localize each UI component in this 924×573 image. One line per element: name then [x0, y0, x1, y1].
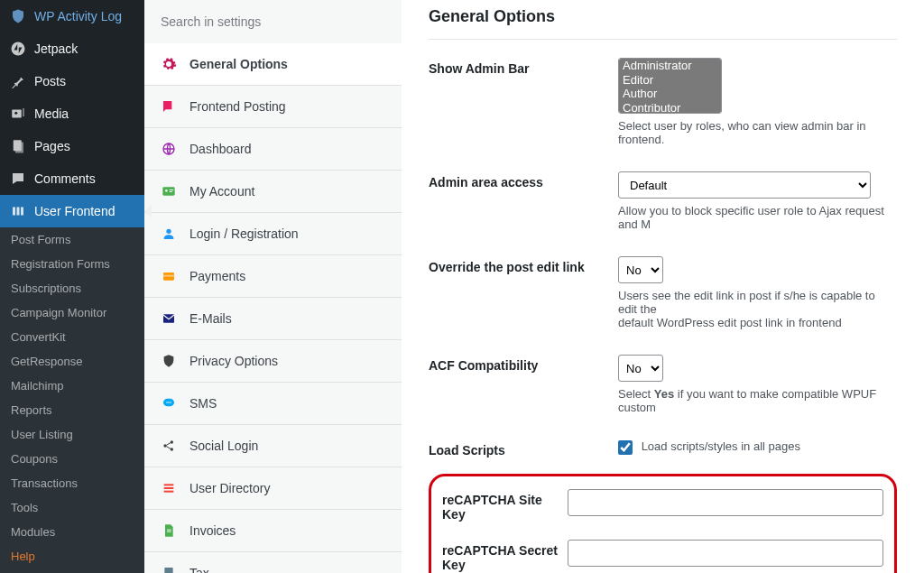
- submenu-transactions[interactable]: Transactions: [0, 471, 144, 495]
- sidebar-item-comments[interactable]: Comments: [0, 162, 144, 195]
- svg-point-10: [166, 229, 171, 234]
- sidebar-item-user-frontend[interactable]: User Frontend: [0, 195, 144, 227]
- tab-frontend-posting[interactable]: Frontend Posting: [144, 86, 402, 128]
- submenu-modules[interactable]: Modules: [0, 520, 144, 544]
- pin-icon: [9, 72, 27, 90]
- user-frontend-icon: [9, 202, 27, 220]
- tab-label: Tax: [189, 566, 209, 573]
- tab-tax[interactable]: Tax: [144, 552, 402, 573]
- tax-icon: [161, 565, 177, 573]
- row-load-scripts: Load Scripts Load scripts/styles in all …: [429, 439, 897, 457]
- tab-label: My Account: [189, 184, 254, 199]
- shield-icon: [161, 353, 177, 369]
- tab-general-options[interactable]: General Options: [144, 43, 402, 86]
- submenu-subscriptions[interactable]: Subscriptions: [0, 276, 144, 300]
- sidebar-item-posts[interactable]: Posts: [0, 65, 144, 97]
- sidebar-item-media[interactable]: Media: [0, 97, 144, 130]
- submenu-tools[interactable]: Tools: [0, 495, 144, 520]
- svg-point-2: [14, 112, 17, 115]
- row-show-admin-bar: Show Admin Bar Administrator Editor Auth…: [429, 58, 897, 146]
- hint-override-edit-1: Users see the edit link in post if s/he …: [618, 289, 897, 316]
- svg-point-15: [166, 402, 168, 403]
- settings-sidebar: Search in settings General Options Front…: [144, 0, 402, 573]
- tab-login-registration[interactable]: Login / Registration: [144, 213, 402, 255]
- tab-label: Social Login: [189, 439, 258, 453]
- tab-dashboard[interactable]: Dashboard: [144, 128, 402, 171]
- tab-invoices[interactable]: Invoices: [144, 510, 402, 552]
- tab-label: General Options: [189, 57, 288, 71]
- tab-privacy-options[interactable]: Privacy Options: [144, 340, 402, 383]
- tab-label: User Directory: [189, 481, 270, 495]
- label-override-edit-link: Override the post edit link: [429, 256, 618, 274]
- shield-icon: [9, 7, 27, 25]
- submenu-getresponse[interactable]: GetResponse: [0, 349, 144, 374]
- checkbox-label-load-scripts: Load scripts/styles in all pages: [642, 439, 800, 453]
- gear-icon: [161, 56, 177, 72]
- submenu-campaign-monitor[interactable]: Campaign Monitor: [0, 300, 144, 325]
- tab-label: Payments: [189, 269, 245, 283]
- svg-rect-12: [163, 275, 174, 277]
- svg-point-20: [171, 448, 173, 450]
- submenu-post-forms[interactable]: Post Forms: [0, 227, 144, 252]
- svg-point-18: [163, 444, 166, 447]
- sms-icon: [161, 395, 177, 411]
- label-acf-compatibility: ACF Compatibility: [429, 355, 618, 373]
- tab-label: SMS: [189, 396, 217, 411]
- checkbox-load-scripts[interactable]: [618, 440, 633, 455]
- label-admin-area-access: Admin area access: [429, 171, 618, 189]
- post-icon: [161, 98, 177, 115]
- recaptcha-highlight: reCAPTCHA Site Key reCAPTCHA Secret Key …: [429, 474, 897, 573]
- svg-rect-8: [170, 189, 174, 190]
- input-recaptcha-site-key[interactable]: [568, 489, 883, 516]
- sidebar-item-activity-log[interactable]: WP Activity Log: [0, 0, 144, 32]
- sidebar-label: Comments: [34, 171, 96, 186]
- settings-search[interactable]: Search in settings: [144, 0, 402, 43]
- jetpack-icon: [9, 40, 27, 58]
- tab-payments[interactable]: Payments: [144, 255, 402, 298]
- wp-admin-sidebar: WP Activity Log Jetpack Posts Media Page…: [0, 0, 144, 573]
- svg-rect-4: [15, 143, 23, 153]
- select-override-edit-link[interactable]: No: [618, 256, 663, 283]
- submenu-reports[interactable]: Reports: [0, 398, 144, 422]
- submenu-help[interactable]: Help: [0, 544, 144, 568]
- submenu-user-listing[interactable]: User Listing: [0, 422, 144, 447]
- mail-icon: [161, 310, 177, 327]
- sidebar-label: Jetpack: [34, 42, 78, 56]
- hint-acf-compat: Select Yes if you want to make compatibl…: [618, 387, 897, 414]
- hint-admin-access: Allow you to block specific user role to…: [618, 204, 897, 231]
- tab-sms[interactable]: SMS: [144, 383, 402, 425]
- sidebar-item-jetpack[interactable]: Jetpack: [0, 32, 144, 65]
- wp-submenu: Post Forms Registration Forms Subscripti…: [0, 227, 144, 573]
- input-recaptcha-secret-key[interactable]: [568, 540, 883, 567]
- pages-icon: [9, 137, 27, 155]
- svg-rect-25: [167, 531, 171, 532]
- row-recaptcha-site-key: reCAPTCHA Site Key: [442, 489, 883, 522]
- checkbox-wrapper-load-scripts[interactable]: Load scripts/styles in all pages: [618, 439, 800, 453]
- tab-label: E-Mails: [189, 311, 232, 326]
- tab-emails[interactable]: E-Mails: [144, 298, 402, 340]
- submenu-convertkit[interactable]: ConvertKit: [0, 325, 144, 349]
- svg-rect-26: [164, 568, 172, 573]
- label-recaptcha-secret-key: reCAPTCHA Secret Key: [442, 540, 568, 572]
- tab-label: Dashboard: [189, 142, 252, 156]
- submenu-coupons[interactable]: Coupons: [0, 447, 144, 471]
- submenu-mailchimp[interactable]: Mailchimp: [0, 374, 144, 398]
- tab-user-directory[interactable]: User Directory: [144, 467, 402, 510]
- list-icon: [161, 480, 177, 496]
- svg-rect-23: [164, 491, 174, 493]
- submenu-registration-forms[interactable]: Registration Forms: [0, 252, 144, 276]
- tab-social-login[interactable]: Social Login: [144, 425, 402, 467]
- submenu-settings[interactable]: Settings: [0, 568, 144, 573]
- select-admin-bar-roles[interactable]: Administrator Editor Author Contributor: [618, 58, 722, 114]
- sidebar-item-pages[interactable]: Pages: [0, 130, 144, 162]
- sidebar-label: Posts: [34, 74, 66, 88]
- main-content: General Options Show Admin Bar Administr…: [402, 0, 924, 573]
- svg-point-16: [168, 402, 170, 403]
- select-admin-area-access[interactable]: Default: [618, 171, 871, 199]
- svg-rect-22: [164, 487, 174, 489]
- svg-point-0: [12, 42, 25, 56]
- comment-icon: [9, 170, 27, 188]
- select-acf-compatibility[interactable]: No: [618, 355, 663, 382]
- media-icon: [9, 105, 27, 123]
- tab-my-account[interactable]: My Account: [144, 171, 402, 213]
